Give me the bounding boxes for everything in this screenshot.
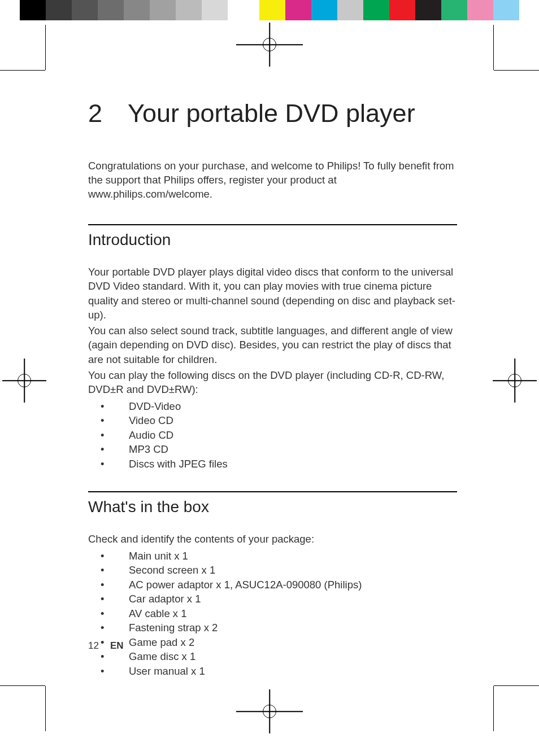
registration-mark-right — [504, 370, 525, 391]
body-paragraph: Your portable DVD player plays digital v… — [88, 265, 457, 322]
list-item: Fastening strap x 2 — [88, 620, 457, 635]
crop-mark — [493, 25, 494, 70]
color-swatch — [202, 0, 228, 20]
color-swatch — [285, 0, 311, 20]
list-item: MP3 CD — [88, 442, 457, 457]
registration-mark-bottom — [259, 701, 280, 722]
bullet-list: DVD-VideoVideo CDAudio CDMP3 CDDiscs wit… — [88, 399, 457, 471]
body-paragraph: You can also select sound track, subtitl… — [88, 324, 457, 367]
page-language: EN — [110, 640, 124, 651]
list-item: DVD-Video — [88, 399, 457, 414]
list-item: User manual x 1 — [88, 664, 457, 679]
list-item: Discs with JPEG files — [88, 457, 457, 471]
list-item: Game disc x 1 — [88, 649, 457, 664]
registration-mark-top — [259, 34, 280, 55]
page-footer: 12EN — [88, 640, 124, 652]
color-swatch — [415, 0, 441, 20]
bullet-list: Main unit x 1Second screen x 1AC power a… — [88, 549, 457, 679]
color-swatch — [363, 0, 389, 20]
list-item: AV cable x 1 — [88, 606, 457, 621]
color-swatch — [337, 0, 363, 20]
list-item: Audio CD — [88, 428, 457, 443]
crop-mark — [494, 70, 539, 71]
section-heading-introduction: Introduction — [88, 224, 457, 249]
chapter-title-text: Your portable DVD player — [128, 99, 415, 128]
color-swatch — [176, 0, 202, 20]
page-number: 12 — [88, 640, 99, 651]
body-paragraph: You can play the following discs on the … — [88, 368, 457, 397]
chapter-number: 2 — [88, 99, 128, 128]
registration-mark-left — [14, 370, 35, 391]
crop-mark — [45, 686, 46, 731]
list-item: Second screen x 1 — [88, 563, 457, 578]
color-swatch — [311, 0, 337, 20]
crop-mark — [45, 25, 46, 70]
crop-mark — [0, 70, 45, 71]
color-swatch — [98, 0, 124, 20]
list-item: Game pad x 2 — [88, 635, 457, 650]
chapter-title: 2Your portable DVD player — [88, 99, 457, 128]
color-swatch — [72, 0, 98, 20]
color-swatch — [259, 0, 285, 20]
color-swatch — [228, 0, 254, 20]
color-swatch — [467, 0, 493, 20]
color-swatch — [150, 0, 176, 20]
section-heading-whats-in-box: What's in the box — [88, 491, 457, 516]
crop-mark — [0, 685, 45, 686]
list-item: AC power adaptor x 1, ASUC12A-090080 (Ph… — [88, 578, 457, 592]
color-swatch — [441, 0, 467, 20]
list-item: Video CD — [88, 413, 457, 428]
color-swatch — [493, 0, 519, 20]
color-swatch — [389, 0, 415, 20]
print-color-bars — [20, 0, 519, 20]
list-item: Car adaptor x 1 — [88, 592, 457, 606]
crop-mark — [493, 686, 494, 731]
color-swatch — [46, 0, 72, 20]
body-paragraph: Check and identify the contents of your … — [88, 532, 457, 547]
list-item: Main unit x 1 — [88, 549, 457, 563]
intro-paragraph: Congratulations on your purchase, and we… — [88, 159, 457, 202]
color-swatch — [20, 0, 46, 20]
color-swatch — [124, 0, 150, 20]
page-content: 2Your portable DVD player Congratulation… — [88, 99, 457, 678]
crop-mark — [494, 685, 539, 686]
